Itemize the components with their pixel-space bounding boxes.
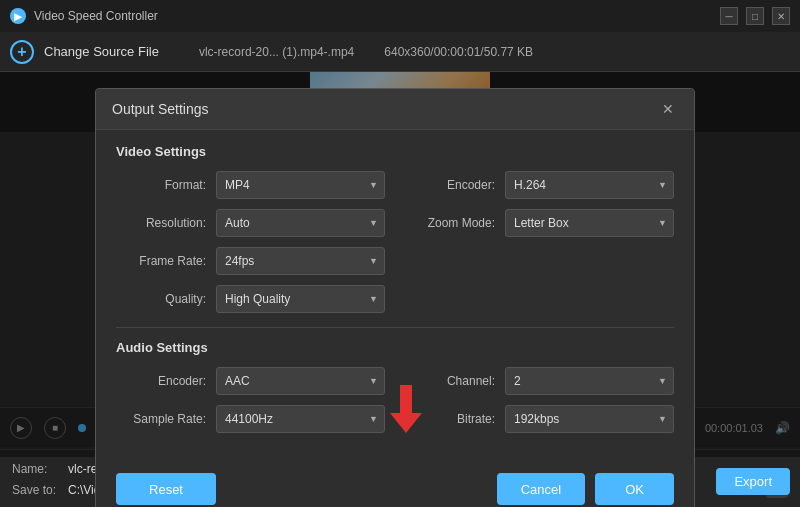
sample-rate-select[interactable]: 44100Hz22050Hz48000Hz — [216, 405, 385, 433]
audio-encoder-select-wrapper: AACMP3AC3 — [216, 367, 385, 395]
dialog-actions: Cancel OK — [497, 473, 674, 505]
cancel-button[interactable]: Cancel — [497, 473, 585, 505]
zoom-mode-select[interactable]: Letter BoxPan & Scan — [505, 209, 674, 237]
channel-select-wrapper: 216 — [505, 367, 674, 395]
format-row: Format: MP4AVIMOV — [116, 171, 385, 199]
format-label: Format: — [116, 178, 206, 192]
audio-encoder-label: Encoder: — [116, 374, 206, 388]
name-label: Name: — [12, 462, 60, 476]
resolution-select-wrapper: Auto1920x10801280x720 — [216, 209, 385, 237]
save-label: Save to: — [12, 483, 60, 497]
zoom-mode-row: Zoom Mode: Letter BoxPan & Scan — [405, 209, 674, 237]
encoder-select[interactable]: H.264H.265 — [505, 171, 674, 199]
file-dimensions-display: 640x360/00:00:01/50.77 KB — [384, 45, 533, 59]
minimize-button[interactable]: ─ — [720, 7, 738, 25]
encoder-select-wrapper: H.264H.265 — [505, 171, 674, 199]
zoom-mode-select-wrapper: Letter BoxPan & Scan — [505, 209, 674, 237]
channel-row: Channel: 216 — [405, 367, 674, 395]
window-controls: ─ □ ✕ — [720, 7, 790, 25]
resolution-label: Resolution: — [116, 216, 206, 230]
audio-encoder-select[interactable]: AACMP3AC3 — [216, 367, 385, 395]
arrow-shaft — [400, 385, 412, 413]
export-button[interactable]: Export — [716, 468, 790, 495]
output-settings-dialog: Output Settings ✕ Video Settings Format:… — [95, 88, 695, 507]
divider — [116, 327, 674, 328]
file-name-display: vlc-record-20... (1).mp4-.mp4 — [199, 45, 354, 59]
reset-button[interactable]: Reset — [116, 473, 216, 505]
video-settings-grid: Format: MP4AVIMOV Encoder: H.264H.265 — [116, 171, 674, 313]
add-source-icon[interactable]: + — [10, 40, 34, 64]
frame-rate-row: Frame Rate: 24fps25fps30fps — [116, 247, 385, 275]
resolution-row: Resolution: Auto1920x10801280x720 — [116, 209, 385, 237]
frame-rate-select[interactable]: 24fps25fps30fps — [216, 247, 385, 275]
encoder-label: Encoder: — [405, 178, 495, 192]
bitrate-select-wrapper: 192kbps128kbps256kbps — [505, 405, 674, 433]
dialog-title: Output Settings — [112, 101, 209, 117]
audio-encoder-row: Encoder: AACMP3AC3 — [116, 367, 385, 395]
frame-rate-label: Frame Rate: — [116, 254, 206, 268]
format-select-wrapper: MP4AVIMOV — [216, 171, 385, 199]
app-icon: ▶ — [10, 8, 26, 24]
zoom-mode-label: Zoom Mode: — [405, 216, 495, 230]
frame-rate-select-wrapper: 24fps25fps30fps — [216, 247, 385, 275]
dialog-footer: Reset Cancel OK — [96, 463, 694, 507]
sample-rate-select-wrapper: 44100Hz22050Hz48000Hz — [216, 405, 385, 433]
dialog-header: Output Settings ✕ — [96, 89, 694, 130]
bitrate-row: Bitrate: 192kbps128kbps256kbps — [405, 405, 674, 433]
format-select[interactable]: MP4AVIMOV — [216, 171, 385, 199]
channel-select[interactable]: 216 — [505, 367, 674, 395]
quality-label: Quality: — [116, 292, 206, 306]
quality-row: Quality: High QualityStandardLow — [116, 285, 385, 313]
red-arrow-indicator — [390, 385, 422, 433]
maximize-button[interactable]: □ — [746, 7, 764, 25]
audio-section-title: Audio Settings — [116, 340, 674, 355]
quality-select-wrapper: High QualityStandardLow — [216, 285, 385, 313]
close-button[interactable]: ✕ — [772, 7, 790, 25]
title-bar: ▶ Video Speed Controller ─ □ ✕ — [0, 0, 800, 32]
ok-button[interactable]: OK — [595, 473, 674, 505]
app-title: Video Speed Controller — [34, 9, 158, 23]
dialog-close-button[interactable]: ✕ — [658, 99, 678, 119]
sample-rate-row: Sample Rate: 44100Hz22050Hz48000Hz — [116, 405, 385, 433]
arrow-head — [390, 413, 422, 433]
toolbar: + Change Source File vlc-record-20... (1… — [0, 32, 800, 72]
change-source-button[interactable]: Change Source File — [44, 44, 159, 59]
quality-select[interactable]: High QualityStandardLow — [216, 285, 385, 313]
sample-rate-label: Sample Rate: — [116, 412, 206, 426]
resolution-select[interactable]: Auto1920x10801280x720 — [216, 209, 385, 237]
bitrate-select[interactable]: 192kbps128kbps256kbps — [505, 405, 674, 433]
encoder-row: Encoder: H.264H.265 — [405, 171, 674, 199]
video-section-title: Video Settings — [116, 144, 674, 159]
